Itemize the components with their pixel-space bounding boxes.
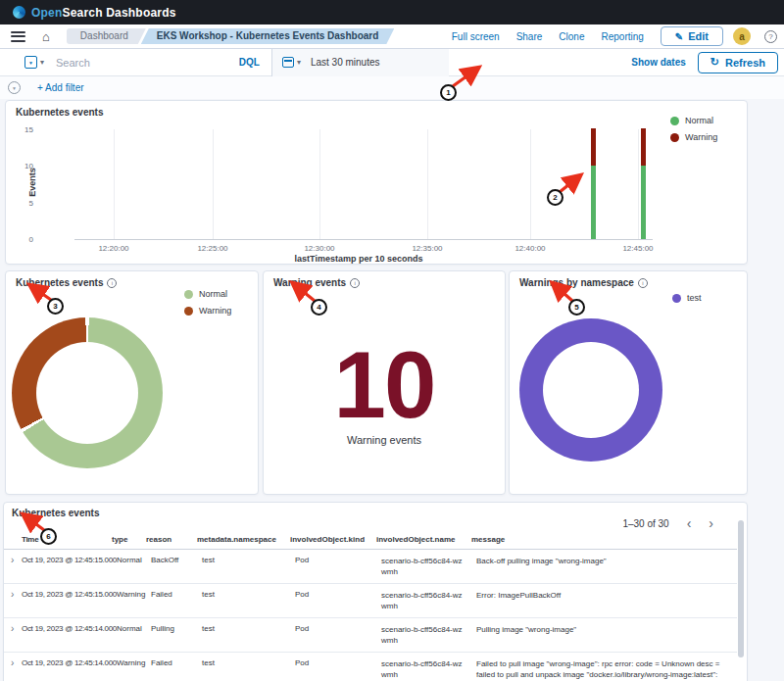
edit-button[interactable]: ✎Edit (661, 26, 723, 46)
scrollbar[interactable] (738, 520, 744, 657)
column-header-message[interactable]: message (471, 534, 737, 545)
expand-row-icon[interactable]: › (11, 590, 22, 599)
column-header-time[interactable]: Time▼ (22, 535, 112, 544)
cell-type: Warning (117, 658, 151, 667)
help-icon[interactable]: ? (764, 30, 777, 43)
histogram-plot[interactable] (74, 129, 653, 240)
cell-reason: Pulling (151, 624, 202, 633)
legend-item-warning[interactable]: Warning (184, 306, 231, 316)
cell-kind: Pod (295, 658, 381, 667)
pagination: 1–30 of 30 ‹ › (622, 516, 713, 530)
cell-message: Pulling image "wrong-image" (476, 624, 737, 635)
info-icon[interactable]: i (107, 278, 117, 288)
legend-label: Normal (685, 116, 713, 125)
column-header-kind[interactable]: involvedObject.kind (290, 535, 376, 544)
show-dates-link[interactable]: Show dates (631, 57, 686, 68)
annotation-4: 4 (311, 299, 327, 316)
time-range-value[interactable]: Last 30 minutes (311, 57, 380, 68)
legend-label: Warning (685, 132, 717, 142)
expand-row-icon[interactable]: › (11, 624, 22, 633)
cell-message: Error: ImagePullBackOff (476, 590, 737, 601)
info-icon[interactable]: i (350, 278, 360, 288)
panel-title-text: Warning events (273, 277, 346, 288)
legend-dot-warning (670, 133, 679, 142)
column-header-name[interactable]: involvedObject.name (376, 534, 471, 545)
breadcrumb-dashboard[interactable]: Dashboard (67, 28, 146, 44)
column-header-type[interactable]: type (112, 535, 146, 544)
cell-kind: Pod (295, 624, 381, 633)
info-icon[interactable]: i (638, 278, 648, 288)
panel-title: Kubernetes events (12, 508, 99, 518)
search-input[interactable]: Search (56, 57, 239, 69)
full-screen-link[interactable]: Full screen (452, 31, 500, 42)
x-tick: 12:40:00 (501, 244, 560, 253)
x-tick: 12:45:00 (609, 244, 667, 253)
next-page-icon[interactable]: › (709, 516, 713, 530)
query-language-button[interactable]: DQL (239, 57, 260, 68)
avatar[interactable]: a (733, 27, 751, 45)
date-picker[interactable]: ▾ Last 30 minutes (271, 49, 449, 76)
panel-title: Warnings by namespacei (519, 277, 648, 288)
app-title: OpenSearch Dashboards (31, 6, 176, 20)
chevron-down-icon[interactable]: ▾ (40, 58, 44, 67)
annotation-3: 3 (47, 298, 64, 315)
cell-time: Oct 19, 2023 @ 12:45:14.000 (22, 624, 117, 633)
share-link[interactable]: Share (516, 31, 543, 42)
nav-bar: ⌂ Dashboard EKS Workshop - Kubernetes Ev… (0, 24, 784, 49)
add-filter-link[interactable]: + Add filter (37, 82, 84, 93)
column-header-namespace[interactable]: metadata.namespace (197, 535, 290, 544)
legend-dot-test (672, 294, 681, 303)
cell-name: scenario-b-cff56c84-wzwmh (381, 658, 476, 680)
home-icon[interactable]: ⌂ (42, 30, 50, 43)
annotation-1: 1 (440, 84, 457, 101)
cell-type: Normal (117, 624, 151, 633)
histogram-bar[interactable] (641, 128, 646, 239)
y-tick: 5 (14, 199, 33, 208)
panel-warning-events-metric: Warning eventsi 10 Warning events (263, 270, 506, 495)
saved-query-icon[interactable]: ▼ (24, 56, 37, 69)
legend-item-test[interactable]: test (672, 293, 702, 303)
donut-hole (543, 342, 639, 438)
legend-item-warning[interactable]: Warning (670, 132, 717, 142)
y-tick: 10 (14, 162, 33, 170)
cell-kind: Pod (295, 556, 381, 564)
panel-kubernetes-events-histogram: Kubernetes events Events 15 10 5 0 12:20… (5, 100, 748, 265)
cell-name: scenario-b-cff56c84-wzwmh (381, 624, 476, 646)
legend-label: Normal (199, 289, 227, 299)
filter-options-icon[interactable]: ▼ (8, 81, 21, 94)
chevron-down-icon[interactable]: ▾ (297, 58, 301, 67)
legend-item-normal[interactable]: Normal (670, 116, 717, 125)
expand-row-icon[interactable]: › (11, 658, 22, 667)
query-bar: ▼ ▾ Search DQL ▾ Last 30 minutes Show da… (0, 49, 784, 76)
cell-namespace: test (202, 590, 295, 599)
reporting-link[interactable]: Reporting (601, 31, 643, 42)
metric-value: 10 (264, 338, 505, 432)
menu-icon[interactable] (11, 31, 25, 42)
brand-prefix: Open (31, 6, 62, 20)
filter-bar: ▼ + Add filter (0, 76, 784, 99)
events-donut-chart[interactable] (12, 317, 163, 468)
cell-time: Oct 19, 2023 @ 12:45:14.000 (22, 658, 117, 667)
panel-kubernetes-events-donut: Kubernetes eventsi Normal Warning (5, 270, 259, 495)
breadcrumb-current-page: EKS Workshop - Kubernetes Events Dashboa… (141, 28, 395, 44)
panel-title: Kubernetes events (16, 107, 103, 118)
panel-warnings-by-namespace: Warnings by namespacei test (509, 270, 748, 495)
expand-row-icon[interactable]: › (11, 556, 22, 564)
calendar-icon[interactable] (282, 57, 294, 68)
table-row: › Oct 19, 2023 @ 12:45:15.000 Normal Bac… (4, 550, 737, 584)
namespace-donut-chart[interactable] (519, 318, 662, 462)
panel-title: Warning eventsi (273, 277, 360, 288)
pagination-range: 1–30 of 30 (622, 518, 668, 529)
legend-dot-warning (184, 307, 193, 316)
column-header-reason[interactable]: reason (146, 535, 197, 544)
legend-item-normal[interactable]: Normal (184, 289, 231, 299)
opensearch-logo-icon (13, 6, 25, 19)
clone-link[interactable]: Clone (559, 31, 584, 42)
histogram-bar[interactable] (591, 128, 596, 239)
previous-page-icon[interactable]: ‹ (687, 516, 692, 530)
cell-namespace: test (202, 624, 295, 633)
x-tick: 12:25:00 (183, 244, 242, 253)
histogram-legend: Normal Warning (670, 116, 717, 142)
refresh-button[interactable]: ↻Refresh (698, 52, 778, 73)
refresh-icon: ↻ (710, 56, 719, 69)
